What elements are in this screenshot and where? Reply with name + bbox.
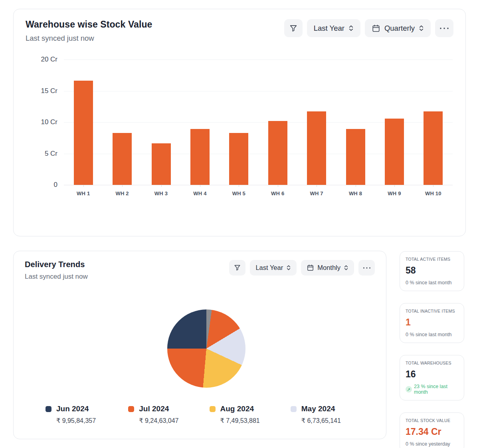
stat-value: 58 xyxy=(406,265,458,276)
legend-value: ₹ 7,49,53,881 xyxy=(220,417,291,424)
more-options-button[interactable] xyxy=(435,19,453,37)
period-dropdown-label: Monthly xyxy=(317,264,340,272)
legend-swatch xyxy=(128,406,134,412)
legend-item[interactable]: Jun 2024₹ 9,95,84,357 xyxy=(46,404,128,424)
bar-cells: WH 1WH 2WH 3WH 4WH 5WH 6WH 7WH 8WH 9WH 1… xyxy=(64,59,453,185)
bar-cell: WH 4 xyxy=(180,59,219,185)
bar-chart-plot: WH 1WH 2WH 3WH 4WH 5WH 6WH 7WH 8WH 9WH 1… xyxy=(64,59,453,185)
x-axis-tick xyxy=(356,185,356,187)
filter-button[interactable] xyxy=(284,19,303,37)
x-axis-label: WH 5 xyxy=(220,190,258,196)
bar-wh10[interactable] xyxy=(424,111,443,185)
bar-wh4[interactable] xyxy=(190,129,210,185)
stat-card-total-active-items: TOTAL ACTIVE ITEMS580 % since last month xyxy=(400,251,464,291)
pie-legend: Jun 2024₹ 9,95,84,357Jul 2024₹ 9,24,63,0… xyxy=(46,404,372,424)
legend-item[interactable]: Jul 2024₹ 9,24,63,047 xyxy=(128,404,209,424)
stock-card-controls: Last Year Quarterly xyxy=(284,19,453,37)
stat-card-total-warehouses: TOTAL WAREHOUSES16↗23 % since last month xyxy=(400,355,464,400)
x-axis-label: WH 7 xyxy=(297,190,336,196)
trend-up-icon: ↗ xyxy=(406,386,412,392)
bar-cell: WH 3 xyxy=(142,59,180,185)
legend-value: ₹ 9,24,63,047 xyxy=(139,417,209,424)
x-axis-tick xyxy=(200,185,200,187)
bar-cell: WH 10 xyxy=(414,59,453,185)
delivery-trends-card: Delivery Trends Last synced just now Las… xyxy=(13,251,386,439)
x-axis-label: WH 3 xyxy=(142,190,180,196)
stat-change-text: 0 % since last month xyxy=(406,280,458,285)
bar-wh1[interactable] xyxy=(74,81,93,185)
legend-item-head: Jun 2024 xyxy=(46,404,128,413)
chevron-updown-icon xyxy=(348,25,354,32)
stat-card-total-inactive-items: TOTAL INACTIVE ITEMS10 % since last mont… xyxy=(400,303,464,343)
bar-wh5[interactable] xyxy=(229,133,248,185)
filter-button[interactable] xyxy=(229,260,245,276)
legend-item[interactable]: Aug 2024₹ 7,49,53,881 xyxy=(210,404,291,424)
bar-cell: WH 9 xyxy=(375,59,414,185)
x-axis-tick xyxy=(161,185,162,187)
bar-cell: WH 2 xyxy=(103,59,141,185)
funnel-icon xyxy=(234,264,241,272)
stat-change-label: 0 % since last month xyxy=(406,332,451,337)
more-options-button[interactable] xyxy=(358,260,375,276)
stat-value: 16 xyxy=(406,369,458,380)
last-synced-text: Last synced just now xyxy=(25,273,88,281)
y-axis-tick-label: 20 Cr xyxy=(26,56,57,63)
chevron-updown-icon xyxy=(419,25,424,32)
bar-wh7[interactable] xyxy=(307,111,326,185)
delivery-card-header: Delivery Trends Last synced just now Las… xyxy=(25,260,375,281)
stat-label: TOTAL STOCK VALUE xyxy=(406,418,458,423)
delivery-title: Delivery Trends xyxy=(25,260,88,269)
legend-swatch xyxy=(291,406,297,412)
stat-value: 1 xyxy=(406,317,458,328)
funnel-icon xyxy=(289,24,298,33)
chevron-updown-icon xyxy=(344,265,348,271)
ellipsis-icon xyxy=(439,27,449,30)
bar-wh6[interactable] xyxy=(268,121,287,185)
x-axis-label: WH 10 xyxy=(414,190,453,196)
y-axis-tick-label: 15 Cr xyxy=(26,87,57,95)
calendar-icon xyxy=(372,24,380,33)
chevron-updown-icon xyxy=(286,265,291,271)
range-dropdown-label: Last Year xyxy=(314,24,344,33)
delivery-card-controls: Last Year Monthly xyxy=(229,260,375,276)
range-dropdown[interactable]: Last Year xyxy=(250,260,297,276)
legend-label: Aug 2024 xyxy=(220,404,254,413)
legend-item[interactable]: May 2024₹ 6,73,65,141 xyxy=(291,404,372,424)
legend-value: ₹ 6,73,65,141 xyxy=(301,417,372,424)
legend-item-head: Jul 2024 xyxy=(128,404,209,413)
period-dropdown[interactable]: Monthly xyxy=(301,260,354,276)
bar-cell: WH 7 xyxy=(297,59,336,185)
x-axis-tick xyxy=(433,185,433,187)
y-axis-tick-label: 10 Cr xyxy=(26,118,57,126)
bar-wh2[interactable] xyxy=(113,133,132,185)
stock-value-card: Warehouse wise Stock Value Last synced j… xyxy=(13,9,466,236)
period-dropdown-label: Quarterly xyxy=(384,24,415,33)
stat-label: TOTAL WAREHOUSES xyxy=(406,361,458,365)
calendar-icon xyxy=(307,264,314,272)
legend-swatch xyxy=(46,406,51,412)
range-dropdown[interactable]: Last Year xyxy=(307,19,360,37)
bar-wh3[interactable] xyxy=(152,143,171,185)
bar-cell: WH 5 xyxy=(220,59,258,185)
x-axis-tick xyxy=(317,185,317,187)
x-axis-tick xyxy=(394,185,395,187)
legend-value: ₹ 9,95,84,357 xyxy=(56,417,128,424)
x-axis-label: WH 8 xyxy=(336,190,375,196)
bar-cell: WH 1 xyxy=(64,59,103,185)
x-axis-label: WH 4 xyxy=(180,190,219,196)
x-axis-tick xyxy=(278,185,278,187)
x-axis-label: WH 6 xyxy=(258,190,297,196)
legend-label: Jul 2024 xyxy=(139,404,169,413)
legend-item-head: Aug 2024 xyxy=(210,404,291,413)
x-axis-label: WH 9 xyxy=(375,190,414,196)
stat-label: TOTAL ACTIVE ITEMS xyxy=(406,257,458,262)
y-axis-tick-label: 0 xyxy=(26,181,57,189)
bar-wh9[interactable] xyxy=(385,119,404,185)
legend-item-head: May 2024 xyxy=(291,404,372,413)
x-axis-label: WH 1 xyxy=(64,190,103,196)
bar-wh8[interactable] xyxy=(346,129,365,185)
period-dropdown[interactable]: Quarterly xyxy=(365,19,431,37)
stat-change-label: 0 % since last month xyxy=(406,280,451,285)
stats-column: TOTAL ACTIVE ITEMS580 % since last month… xyxy=(400,251,464,448)
delivery-pie-chart[interactable] xyxy=(167,309,245,388)
